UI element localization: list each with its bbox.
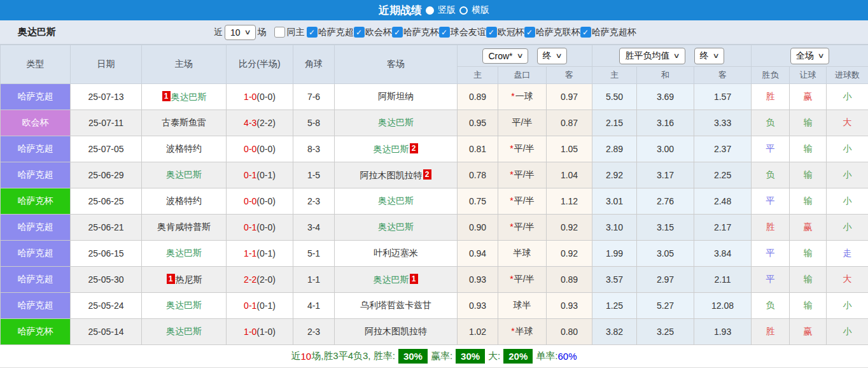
match-date: 25-05-14 (71, 319, 142, 345)
subheader-handicap: 盘口 (498, 67, 547, 84)
league-type-badge[interactable]: 哈萨克超 (1, 215, 71, 241)
league-filter-label: 哈萨克超 (318, 27, 354, 38)
score: 1-1(0-1) (227, 241, 293, 267)
league-checkbox[interactable]: ✓ (354, 27, 365, 38)
league-filter-label: 哈萨克杯 (403, 27, 439, 38)
league-checkbox[interactable]: ✓ (439, 27, 450, 38)
match-count-select[interactable]: 10 ∨ (225, 25, 256, 40)
league-type-badge[interactable]: 欧会杯 (1, 110, 71, 136)
away-team[interactable]: 奥达巴斯1 (335, 267, 458, 293)
outcome: 负 (752, 162, 790, 188)
league-checkbox[interactable]: ✓ (307, 27, 318, 38)
away-team[interactable]: 阿拉木图凯拉特2 (335, 162, 458, 188)
outcome: 平 (752, 136, 790, 162)
vertical-layout-label[interactable]: 竖版 (438, 4, 456, 16)
handicap: *半球 (498, 319, 547, 345)
home-team[interactable]: 奥达巴斯 (142, 241, 227, 267)
avg-home: 5.50 (592, 84, 637, 110)
team-name-text: 波格特约 (166, 195, 202, 206)
red-card-badge: 1 (167, 274, 175, 284)
league-checkbox[interactable]: ✓ (392, 27, 403, 38)
filter-bar: 奥达巴斯 近 10 ∨ 场 同主 ✓哈萨克超✓欧会杯✓哈萨克杯✓球会友谊✓欧冠杯… (0, 20, 868, 45)
avg-draw: 3.05 (637, 241, 694, 267)
chevron-down-icon: ∨ (516, 52, 523, 60)
away-team[interactable]: 奥达巴斯 (335, 110, 458, 136)
match-row: 哈萨克超25-06-29奥达巴斯0-1(0-1)1-5阿拉木图凯拉特20.78*… (1, 162, 868, 188)
home-team[interactable]: 1热尼斯 (142, 267, 227, 293)
match-row: 哈萨克超25-07-131奥达巴斯1-0(0-0)7-6阿斯坦纳0.89*一球0… (1, 84, 868, 110)
away-team[interactable]: 奥达巴斯 (335, 215, 458, 241)
odds-source-select[interactable]: Crow* ∨ (482, 48, 528, 64)
scope-select[interactable]: 全场 ∨ (790, 48, 829, 64)
vertical-layout-radio[interactable] (426, 6, 434, 15)
league-type-badge[interactable]: 哈萨克超 (1, 241, 71, 267)
league-type-badge[interactable]: 哈萨克超 (1, 136, 71, 162)
home-team[interactable]: 1奥达巴斯 (142, 84, 227, 110)
match-row: 欧会杯25-07-11古泰斯鱼雷4-3(2-2)5-8奥达巴斯0.95平/半0.… (1, 110, 868, 136)
outcome: 平 (752, 188, 790, 215)
match-row: 哈萨克杯25-06-25波格特约0-0(0-0)2-3奥达巴斯0.75*平/半1… (1, 188, 868, 215)
chevron-down-icon: ∨ (555, 52, 562, 60)
avg-type-select[interactable]: 胜平负均值 ∨ (619, 48, 685, 64)
avg-home: 2.89 (592, 136, 637, 162)
team-name-text: 奥肯咸特普斯 (157, 222, 211, 232)
goals-result: 大 (827, 110, 868, 136)
league-filter-item: ✓哈萨克超 (307, 27, 354, 38)
avg-home: 2.92 (592, 162, 637, 188)
team-name: 奥达巴斯 (18, 26, 75, 38)
same-home-checkbox[interactable] (274, 27, 285, 38)
league-type-badge[interactable]: 哈萨克杯 (1, 188, 71, 215)
avg-away: 12.08 (694, 293, 752, 319)
horizontal-layout-label[interactable]: 横版 (472, 4, 489, 16)
avg-draw: 5.27 (637, 293, 694, 319)
odds-away: 0.80 (547, 319, 592, 345)
home-team[interactable]: 奥达巴斯 (142, 319, 227, 345)
topbar: 近期战绩 竖版 横版 (0, 0, 868, 20)
league-type-badge[interactable]: 哈萨克超 (1, 162, 71, 188)
header-result-group: 全场 ∨ (752, 45, 868, 67)
home-team[interactable]: 奥达巴斯 (142, 162, 227, 188)
chevron-down-icon: ∨ (244, 28, 251, 36)
handicap: *一球 (498, 84, 547, 110)
outcome: 胜 (752, 319, 790, 345)
team-name-text: 奥达巴斯 (374, 144, 409, 154)
league-type-badge[interactable]: 哈萨克超 (1, 267, 71, 293)
avg-away: 2.11 (694, 267, 752, 293)
away-team[interactable]: 阿拉木图凯拉特 (335, 319, 458, 345)
avg-away: 2.37 (694, 136, 752, 162)
odds-time-select-1[interactable]: 终 ∨ (537, 48, 567, 64)
home-team[interactable]: 波格特约 (142, 136, 227, 162)
horizontal-layout-radio[interactable] (459, 6, 468, 15)
away-team[interactable]: 叶利迈塞米 (335, 241, 458, 267)
odds-home: 0.95 (458, 110, 498, 136)
league-type-badge[interactable]: 哈萨克超 (1, 84, 71, 110)
league-type-badge[interactable]: 哈萨克超 (1, 293, 71, 319)
match-date: 25-07-11 (71, 110, 142, 136)
home-team[interactable]: 古泰斯鱼雷 (142, 110, 227, 136)
away-team[interactable]: 阿斯坦纳 (335, 84, 458, 110)
away-team[interactable]: 奥达巴斯 (335, 188, 458, 215)
odds-away: 1.04 (547, 162, 592, 188)
league-checkbox[interactable]: ✓ (524, 27, 535, 38)
outcome: 胜 (752, 84, 790, 110)
outcome: 负 (752, 110, 790, 136)
subheader-outcome: 胜负 (752, 67, 790, 84)
league-type-badge[interactable]: 哈萨克杯 (1, 319, 71, 345)
league-filter-label: 球会友谊 (451, 27, 486, 38)
league-filters: ✓哈萨克超✓欧会杯✓哈萨克杯✓球会友谊✓欧冠杯✓哈萨克联杯✓哈萨克超杯 (307, 27, 636, 38)
odds-time-select-2[interactable]: 终 ∨ (694, 48, 724, 64)
away-team[interactable]: 奥达巴斯2 (335, 136, 458, 162)
handicap: *平/半 (498, 215, 547, 241)
away-team[interactable]: 乌利塔哲兹卡兹甘 (335, 293, 458, 319)
league-checkbox[interactable]: ✓ (580, 27, 591, 38)
home-team[interactable]: 奥达巴斯 (142, 293, 227, 319)
home-team[interactable]: 奥肯咸特普斯 (142, 215, 227, 241)
subheader-handicap-result: 让球 (790, 67, 827, 84)
league-filter-label: 哈萨克联杯 (536, 27, 580, 38)
chevron-down-icon: ∨ (673, 52, 680, 60)
home-team[interactable]: 波格特约 (142, 188, 227, 215)
league-checkbox[interactable]: ✓ (486, 27, 497, 38)
odds-away: 0.93 (547, 293, 592, 319)
odds-away: 1.05 (547, 136, 592, 162)
header-avg-group: 胜平负均值 ∨ 终 ∨ (592, 45, 752, 67)
